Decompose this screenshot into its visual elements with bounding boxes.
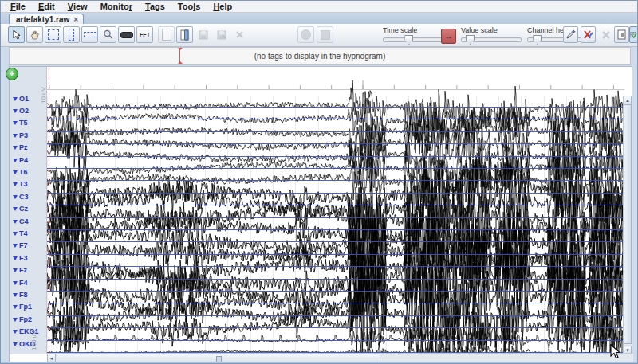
menu-item-file[interactable]: File (4, 2, 32, 11)
select-arrow-button[interactable] (8, 26, 25, 43)
channel-name: P3 (19, 132, 28, 139)
save-button[interactable] (195, 26, 211, 43)
channel-height-slider[interactable] (527, 37, 588, 42)
channel-dropdown-icon[interactable] (13, 182, 18, 186)
channel-dropdown-icon[interactable] (13, 207, 18, 211)
channel-name: F3 (19, 255, 28, 262)
channel-dropdown-icon[interactable] (13, 318, 18, 322)
close-x-icon (235, 30, 244, 39)
channel-dropdown-icon[interactable] (13, 109, 18, 113)
channel-label-t5[interactable]: T5 (13, 119, 28, 127)
channel-label-f8[interactable]: F8 (13, 291, 28, 299)
channel-dropdown-icon[interactable] (13, 146, 18, 150)
measure-button[interactable] (118, 26, 135, 43)
time-scale-slider[interactable] (383, 37, 443, 42)
channel-dropdown-icon[interactable] (13, 121, 18, 125)
select-column-button[interactable] (63, 26, 80, 43)
document-compare-button[interactable] (176, 26, 193, 43)
pan-hand-button[interactable] (26, 26, 43, 43)
time-scale-thumb[interactable] (404, 35, 413, 45)
channel-label-column: + O1O2T5P3PzP4T6T3C3CzC4T4F7F3FzF4F8Fp1F… (10, 67, 47, 354)
channel-dropdown-icon[interactable] (13, 281, 18, 285)
channel-name: C4 (19, 218, 29, 225)
value-scale-top-label: 10 uV (40, 87, 47, 104)
new-document-button[interactable] (158, 26, 175, 43)
channel-dropdown-icon[interactable] (13, 244, 18, 248)
channel-label-pz[interactable]: Pz (13, 144, 28, 152)
menu-item-tools[interactable]: Tools (171, 2, 207, 11)
channel-label-t6[interactable]: T6 (13, 168, 28, 176)
channel-dropdown-icon[interactable] (13, 268, 18, 272)
channel-label-p3[interactable]: P3 (13, 131, 28, 139)
fft-button[interactable]: FFT (136, 26, 153, 43)
magnifier-icon (103, 29, 113, 40)
scroll-up-arrow[interactable]: ▲ (624, 96, 632, 104)
document-info-button[interactable] (614, 26, 629, 43)
channel-label-p4[interactable]: P4 (13, 156, 28, 164)
channel-dropdown-icon[interactable] (13, 134, 18, 138)
zoom-button[interactable] (100, 26, 116, 43)
vertical-scrollbar[interactable]: ▲ ▼ (623, 96, 632, 354)
add-tag-button[interactable]: + (6, 68, 18, 80)
menu-item-view[interactable]: View (61, 2, 94, 11)
vertical-scrollbar-thumb[interactable] (624, 104, 632, 344)
tab-label: artefakty1.raw (16, 15, 69, 24)
channel-name: T5 (19, 119, 28, 127)
channel-label-cz[interactable]: Cz (13, 205, 28, 213)
channel-dropdown-icon[interactable] (13, 170, 18, 174)
record-icon (301, 29, 311, 40)
stop-button[interactable] (317, 26, 333, 43)
channel-dropdown-icon[interactable] (13, 293, 18, 297)
channel-height-label: Channel height (527, 26, 588, 34)
channel-dropdown-icon[interactable] (13, 232, 18, 236)
eeg-plot[interactable] (47, 78, 624, 353)
channel-label-c3[interactable]: C3 (13, 193, 29, 201)
value-scale-bottom-label: 100 uV (30, 331, 37, 350)
channel-dropdown-icon[interactable] (13, 342, 18, 346)
edit-signal-button[interactable] (563, 26, 578, 43)
select-row-button[interactable] (81, 26, 98, 43)
save-as-button[interactable] (213, 26, 230, 43)
channel-label-f4[interactable]: F4 (13, 279, 28, 287)
channel-label-t4[interactable]: T4 (13, 229, 28, 237)
save-as-icon (217, 30, 226, 40)
value-scale-slider[interactable] (461, 37, 522, 42)
channel-dropdown-icon[interactable] (13, 256, 18, 260)
channel-dropdown-icon[interactable] (13, 159, 18, 162)
menu-item-tags[interactable]: Tags (139, 2, 171, 11)
channel-label-t3[interactable]: T3 (13, 181, 28, 189)
time-reset-button[interactable]: ↔ (441, 29, 456, 44)
channel-dropdown-icon[interactable] (13, 220, 18, 224)
channel-label-f7[interactable]: F7 (13, 242, 28, 250)
signal-position-marker-top (49, 68, 49, 78)
select-block-icon (48, 29, 59, 40)
channel-label-c4[interactable]: C4 (13, 217, 29, 225)
channel-label-fp2[interactable]: Fp2 (13, 315, 32, 323)
close-document-button[interactable] (231, 26, 248, 43)
channel-dropdown-icon[interactable] (13, 97, 18, 101)
channel-dropdown-icon[interactable] (13, 330, 18, 334)
tab-close-icon[interactable]: × (73, 17, 78, 23)
select-block-button[interactable] (45, 26, 61, 43)
edit-tags-button[interactable] (581, 26, 596, 43)
value-scale-thumb[interactable] (466, 35, 475, 45)
channel-height-thumb[interactable] (533, 35, 542, 45)
timeline[interactable] (47, 67, 624, 78)
filters-button[interactable] (629, 26, 638, 43)
delete-tag-button[interactable] (598, 26, 613, 43)
channel-label-fp1[interactable]: Fp1 (13, 303, 32, 311)
hypnogram-panel[interactable]: (no tags to display in the hypnogram) (9, 47, 631, 65)
record-button[interactable] (297, 26, 314, 43)
menu-item-monitor[interactable]: Monitor (94, 2, 139, 11)
channel-label-o1[interactable]: O1 (13, 95, 29, 103)
tab-artefakty1[interactable]: artefakty1.raw × (9, 14, 84, 25)
channel-dropdown-icon[interactable] (13, 305, 18, 309)
channel-dropdown-icon[interactable] (13, 195, 18, 199)
channel-label-fz[interactable]: Fz (13, 267, 27, 275)
time-scale-group: Time scale (383, 26, 443, 42)
value-scale-label: Value scale (461, 26, 522, 34)
channel-label-f3[interactable]: F3 (13, 254, 28, 262)
menu-item-help[interactable]: Help (207, 2, 238, 11)
channel-label-o2[interactable]: O2 (13, 107, 29, 115)
menu-item-edit[interactable]: Edit (32, 2, 61, 11)
